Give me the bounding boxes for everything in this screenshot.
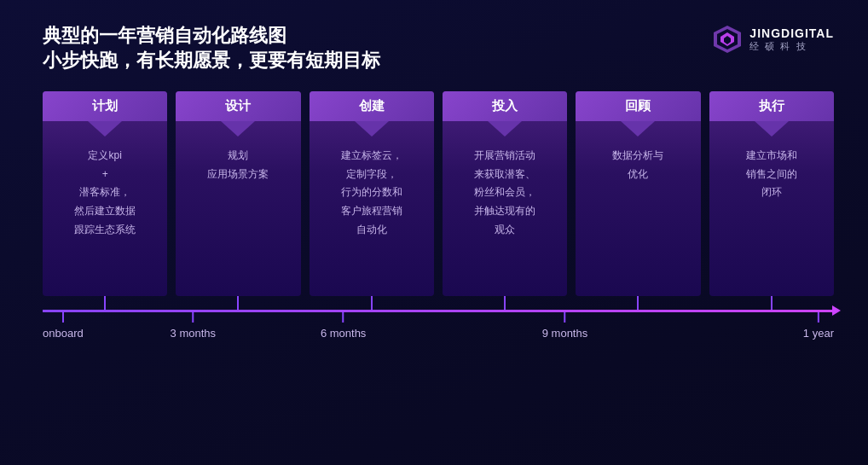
tick-2: 6 months <box>321 312 366 340</box>
tick-4: 1 year <box>803 312 834 340</box>
tick-label-3: 9 months <box>542 327 587 340</box>
logo-text-block: JINGDIGITAL 经 硕 科 技 <box>749 26 834 53</box>
tick-line-4 <box>818 312 819 323</box>
tick-line-1 <box>192 312 194 323</box>
card-text-plan: 定义kpi + 潜客标准， 然后建立数据 跟踪生态系统 <box>51 147 159 239</box>
tick-0: onboard <box>43 312 84 340</box>
cards-container: 计划定义kpi + 潜客标准， 然后建立数据 跟踪生态系统设计规划 应用场景方案… <box>43 91 834 296</box>
card-title-create: 创建 <box>359 98 385 113</box>
card-body-invest: 开展营销活动 来获取潜客、 粉丝和会员， 并触达现有的 观众 <box>443 121 567 247</box>
card-create: 创建建立标签云， 定制字段， 行为的分数和 客户旅程营销 自动化 <box>310 91 434 296</box>
card-design: 设计规划 应用场景方案 <box>176 91 300 296</box>
card-title-design: 设计 <box>225 98 251 113</box>
card-text-execute: 建立市场和 销售之间的 闭环 <box>718 147 825 202</box>
tick-3: 9 months <box>542 312 587 340</box>
card-header-design: 设计 <box>176 91 300 121</box>
title-block: 典型的一年营销自动化路线图 小步快跑，有长期愿景，更要有短期目标 <box>43 24 380 73</box>
connector-execute <box>771 296 773 310</box>
tick-line-3 <box>564 312 565 323</box>
tick-1: 3 months <box>171 312 216 340</box>
connector-invest <box>504 296 506 310</box>
card-header-create: 创建 <box>310 91 434 121</box>
card-plan: 计划定义kpi + 潜客标准， 然后建立数据 跟踪生态系统 <box>43 91 167 296</box>
tick-line-2 <box>343 312 344 323</box>
tick-label-2: 6 months <box>321 327 366 340</box>
card-header-invest: 投入 <box>443 91 567 121</box>
tick-label-0: onboard <box>43 327 84 340</box>
connector-create <box>371 296 373 310</box>
card-text-create: 建立标签云， 定制字段， 行为的分数和 客户旅程营销 自动化 <box>318 147 425 239</box>
connector-plan <box>104 296 106 310</box>
timeline-ticks: onboard3 months6 months9 months1 year <box>43 312 834 346</box>
connector-review <box>637 296 639 310</box>
card-header-review: 回顾 <box>576 91 700 121</box>
tick-line-0 <box>62 312 64 323</box>
card-header-plan: 计划 <box>43 91 167 121</box>
card-title-invest: 投入 <box>492 98 518 113</box>
connector-design <box>237 296 239 310</box>
logo-name: JINGDIGITAL <box>749 26 834 40</box>
title-line1: 典型的一年营销自动化路线图 <box>43 24 380 49</box>
timeline-area: onboard3 months6 months9 months1 year <box>43 310 834 346</box>
card-body-create: 建立标签云， 定制字段， 行为的分数和 客户旅程营销 自动化 <box>310 121 434 247</box>
header: 典型的一年营销自动化路线图 小步快跑，有长期愿景，更要有短期目标 JINGDIG… <box>43 24 834 73</box>
cards-wrapper: 计划定义kpi + 潜客标准， 然后建立数据 跟踪生态系统设计规划 应用场景方案… <box>43 91 834 346</box>
tick-label-4: 1 year <box>803 327 834 340</box>
tick-label-1: 3 months <box>171 327 216 340</box>
logo-sub: 经 硕 科 技 <box>749 40 834 53</box>
card-title-execute: 执行 <box>759 98 784 113</box>
card-review: 回顾数据分析与 优化 <box>576 91 700 296</box>
title-line2: 小步快跑，有长期愿景，更要有短期目标 <box>43 49 380 73</box>
card-title-review: 回顾 <box>625 98 651 113</box>
card-text-design: 规划 应用场景方案 <box>184 147 292 183</box>
card-text-invest: 开展营销活动 来获取潜客、 粉丝和会员， 并触达现有的 观众 <box>451 147 558 239</box>
card-invest: 投入开展营销活动 来获取潜客、 粉丝和会员， 并触达现有的 观众 <box>443 91 567 296</box>
main-container: 典型的一年营销自动化路线图 小步快跑，有长期愿景，更要有短期目标 JINGDIG… <box>0 0 868 465</box>
logo-area: JINGDIGITAL 经 硕 科 技 <box>712 24 834 55</box>
card-header-execute: 执行 <box>709 91 834 121</box>
card-title-plan: 计划 <box>92 98 118 113</box>
card-execute: 执行建立市场和 销售之间的 闭环 <box>709 91 834 296</box>
card-body-plan: 定义kpi + 潜客标准， 然后建立数据 跟踪生态系统 <box>43 121 167 247</box>
card-text-review: 数据分析与 优化 <box>584 147 692 183</box>
logo-icon <box>712 24 743 55</box>
